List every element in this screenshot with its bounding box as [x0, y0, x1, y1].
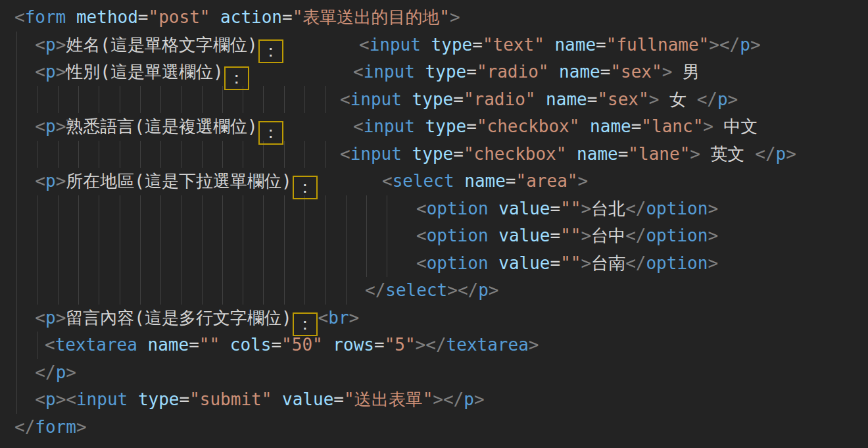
token-tag-name: option: [427, 253, 489, 273]
token-plain-text: 台南: [591, 253, 625, 273]
indent-guide: [78, 86, 79, 114]
code-segment: <p>所在地區(這是下拉選單欄位)：: [14, 171, 318, 191]
indent-guide: [222, 141, 223, 168]
indent-guide: [222, 250, 223, 278]
indent-guide: [243, 222, 243, 250]
unicode-highlight-box: ：: [258, 39, 283, 63]
indent-guide: [37, 141, 37, 168]
token-string: "sex": [610, 62, 662, 82]
indent-guide: [387, 222, 387, 250]
token-tag-name: p: [45, 308, 56, 328]
token-punctuation: </: [425, 335, 446, 355]
indent-guide: [181, 86, 181, 114]
indent-guide: [346, 195, 347, 223]
token-string: "checkbox": [464, 144, 567, 164]
token-punctuation: </: [35, 362, 55, 382]
indent-guide: [58, 141, 59, 168]
indent-guide: [160, 141, 161, 168]
token-punctuation: <: [45, 335, 55, 355]
token-plain-text: =: [138, 7, 149, 27]
code-line: <p>性別(這是單選欄位)：<input type="radio" name="…: [0, 59, 868, 86]
indent-guide: [99, 250, 99, 278]
code-segment: <option value="">台中</option>: [416, 222, 718, 250]
indent-guide: [16, 250, 17, 278]
token-plain-text: [220, 335, 230, 355]
token-plain-text: [14, 389, 35, 409]
indent-guide: [263, 277, 264, 305]
token-attribute-name: name: [546, 89, 587, 109]
token-punctuation: <: [35, 62, 45, 82]
indent-guide: [120, 141, 120, 168]
token-string: "表單送出的目的地": [293, 7, 450, 27]
token-attribute-name: type: [138, 389, 180, 409]
indent-guide: [140, 86, 141, 114]
token-tag-name: p: [56, 362, 66, 382]
token-punctuation: <: [340, 89, 350, 109]
token-plain-text: =: [596, 35, 606, 55]
token-plain-text: 熟悉語言(這是複選欄位): [66, 116, 257, 136]
token-punctuation: >: [56, 171, 66, 191]
indent-guide: [58, 250, 59, 278]
token-punctuation: >: [708, 253, 718, 273]
token-tag-name: p: [464, 389, 474, 409]
token-punctuation: >: [581, 199, 591, 218]
indent-guide: [16, 195, 17, 223]
token-tag-name: p: [478, 280, 489, 300]
indent-guide: [160, 222, 161, 250]
token-punctuation: >: [56, 389, 66, 409]
token-attribute-name: value: [282, 389, 333, 409]
token-punctuation: >: [76, 417, 87, 437]
indent-guide: [243, 250, 243, 278]
token-attribute-name: type: [425, 116, 467, 136]
token-string: "": [560, 199, 581, 218]
token-string: "checkbox": [477, 116, 580, 136]
token-punctuation: >: [581, 226, 591, 245]
code-segment: <p>熟悉語言(這是複選欄位)：: [14, 116, 284, 136]
token-tag-name: select: [393, 171, 454, 191]
indent-guide: [58, 195, 59, 223]
indent-guide: [366, 250, 367, 278]
indent-guide: [263, 195, 264, 223]
code-segment: <input type="radio" name="sex"> 男: [353, 59, 700, 86]
token-string: "radio": [464, 89, 536, 109]
code-segment: <input type="text" name="fullname"></p>: [359, 32, 761, 59]
code-editor[interactable]: <form method="post" action="表單送出的目的地"> <…: [0, 0, 868, 448]
token-plain-text: [489, 226, 499, 245]
indent-guide: [78, 277, 79, 305]
token-punctuation: >: [56, 308, 66, 328]
token-punctuation: >: [474, 389, 485, 409]
indent-guide: [325, 141, 326, 168]
indent-guide: [263, 250, 264, 278]
token-plain-text: =: [550, 226, 561, 245]
indent-guide: [284, 86, 285, 114]
token-plain-text: [544, 35, 555, 55]
indent-guide: [78, 141, 79, 168]
indent-guide: [222, 222, 223, 250]
token-plain-text: [14, 35, 35, 55]
code-line: <input type="checkbox" name="lane"> 英文 <…: [0, 141, 868, 168]
indent-guide: [284, 222, 285, 250]
indent-guide: [78, 250, 79, 278]
token-plain-text: [489, 253, 499, 273]
token-punctuation: <: [416, 253, 427, 273]
token-string: "": [560, 226, 581, 245]
indent-guide: [181, 195, 181, 223]
token-string: "lanc": [641, 116, 703, 136]
token-plain-text: =: [472, 35, 483, 55]
token-punctuation: >: [416, 335, 426, 355]
token-punctuation: <: [35, 308, 45, 328]
token-plain-text: [128, 389, 138, 409]
token-plain-text: =: [550, 253, 561, 273]
indent-guide: [140, 250, 141, 278]
indent-guide: [160, 250, 161, 278]
indent-guide: [222, 195, 223, 223]
token-tag-name: option: [646, 226, 708, 245]
indent-guide: [37, 250, 37, 278]
code-segment: </p>: [14, 362, 76, 382]
token-plain-text: 留言內容(這是多行文字欄位): [66, 308, 291, 328]
indent-guide: [325, 86, 326, 114]
indent-guide: [304, 86, 305, 114]
code-segment: <select name="area">: [382, 168, 588, 195]
token-punctuation: </: [14, 417, 35, 437]
token-string: "sex": [597, 89, 648, 109]
